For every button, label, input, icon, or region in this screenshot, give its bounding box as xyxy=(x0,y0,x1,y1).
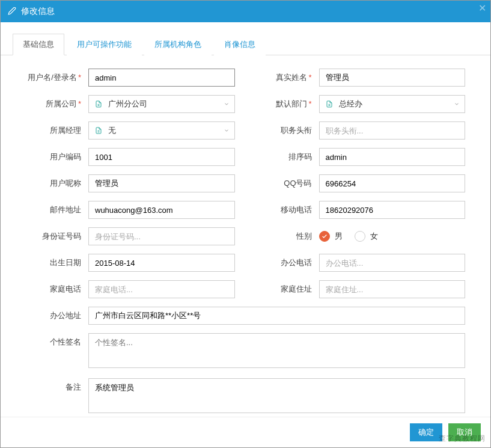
company-select[interactable]: 广州分公司 xyxy=(88,95,235,113)
homeaddress-input[interactable] xyxy=(319,280,466,298)
homeaddress-label: 家庭住址 xyxy=(246,284,319,295)
qq-input[interactable] xyxy=(319,174,466,192)
sortcode-input[interactable] xyxy=(319,148,466,166)
email-input[interactable] xyxy=(88,201,235,219)
birthdate-label: 出生日期 xyxy=(15,257,88,268)
email-label: 邮件地址 xyxy=(15,204,88,215)
chevron-down-icon xyxy=(454,100,460,109)
jobtitle-input[interactable] xyxy=(319,121,466,140)
signature-label: 个性签名 xyxy=(15,333,88,348)
mobile-input[interactable] xyxy=(319,201,466,219)
nickname-input[interactable] xyxy=(88,174,235,192)
document-icon xyxy=(326,100,333,108)
form-body: 用户名/登录名* 真实姓名* 所属公司* 广州分公司 xyxy=(1,55,490,417)
officephone-label: 办公电话 xyxy=(246,257,319,268)
gender-radio-group: 男 女 xyxy=(319,231,466,242)
tab-org-roles[interactable]: 所属机构角色 xyxy=(144,34,212,55)
dialog-title: 修改信息 xyxy=(21,6,55,17)
tab-portrait[interactable]: 肖像信息 xyxy=(214,34,266,55)
department-label: 默认部门* xyxy=(246,99,319,109)
idcard-input[interactable] xyxy=(88,227,235,245)
manager-label: 所属经理 xyxy=(15,125,88,136)
username-input[interactable] xyxy=(88,69,235,87)
officephone-input[interactable] xyxy=(319,254,466,272)
birthdate-input[interactable] xyxy=(88,254,235,272)
department-select[interactable]: 总经办 xyxy=(319,95,466,113)
nickname-label: 用户呢称 xyxy=(15,178,88,189)
gender-female-radio[interactable] xyxy=(355,231,365,242)
pencil-icon xyxy=(8,7,16,17)
confirm-button[interactable]: 确定 xyxy=(410,423,442,441)
tabs-bar: 基础信息 用户可操作功能 所属机构角色 肖像信息 xyxy=(1,22,490,55)
chevron-down-icon xyxy=(224,100,230,109)
edit-info-dialog: 修改信息 ✕ 基础信息 用户可操作功能 所属机构角色 肖像信息 用户名/登录名*… xyxy=(0,0,491,448)
realname-input[interactable] xyxy=(319,69,466,87)
usercode-label: 用户编码 xyxy=(15,152,88,162)
gender-label: 性别 xyxy=(246,231,319,242)
homephone-input[interactable] xyxy=(88,280,235,298)
tab-user-functions[interactable]: 用户可操作功能 xyxy=(67,34,142,55)
username-label: 用户名/登录名* xyxy=(15,72,88,83)
cancel-button[interactable]: 取消 xyxy=(448,423,481,441)
officeaddress-label: 办公地址 xyxy=(15,310,88,321)
document-icon xyxy=(95,100,102,108)
officeaddress-input[interactable] xyxy=(88,307,465,325)
remark-textarea[interactable] xyxy=(88,378,465,413)
realname-label: 真实姓名* xyxy=(246,72,319,83)
document-icon xyxy=(95,126,102,135)
chevron-down-icon xyxy=(224,126,230,135)
qq-label: QQ号码 xyxy=(246,178,319,189)
company-label: 所属公司* xyxy=(15,99,88,109)
manager-select[interactable]: 无 xyxy=(88,121,235,140)
usercode-input[interactable] xyxy=(88,148,235,166)
remark-label: 备注 xyxy=(15,378,88,393)
idcard-label: 身份证号码 xyxy=(15,231,88,242)
tab-basic-info[interactable]: 基础信息 xyxy=(13,34,64,55)
jobtitle-label: 职务头衔 xyxy=(246,125,319,136)
gender-male-radio[interactable] xyxy=(319,231,330,242)
dialog-footer: 确定 取消 xyxy=(1,417,490,447)
dialog-header: 修改信息 ✕ xyxy=(1,1,490,22)
mobile-label: 移动电话 xyxy=(246,204,319,215)
close-icon[interactable]: ✕ xyxy=(476,2,488,14)
sortcode-label: 排序码 xyxy=(246,152,319,162)
homephone-label: 家庭电话 xyxy=(15,284,88,295)
signature-textarea[interactable] xyxy=(88,333,465,368)
